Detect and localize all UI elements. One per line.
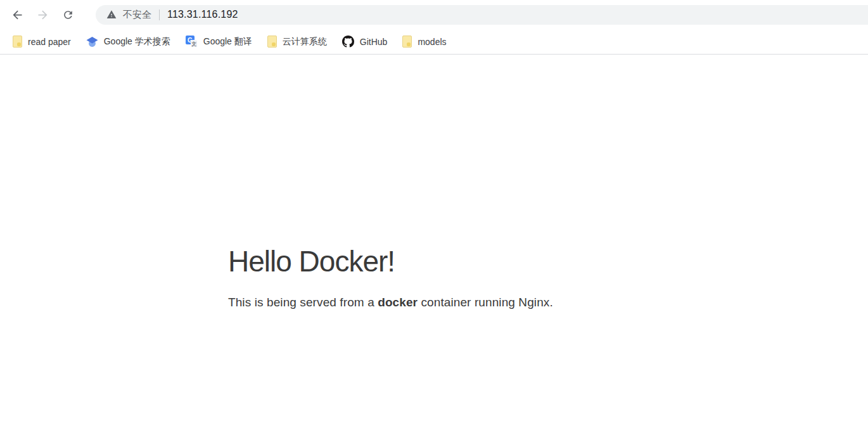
bookmark-label: Google 翻译 xyxy=(203,36,252,48)
forward-button[interactable] xyxy=(35,7,50,22)
bookmark-folder-read-paper[interactable]: read paper xyxy=(13,36,71,48)
address-bar[interactable]: 不安全 113.31.116.192 xyxy=(96,5,868,25)
google-translate-icon: G 文 xyxy=(186,36,198,48)
bookmark-label: 云计算系统 xyxy=(283,36,327,48)
translate-char-glyph: 文 xyxy=(191,40,198,48)
page-title: Hello Docker! xyxy=(228,247,868,276)
folder-icon xyxy=(402,36,412,48)
description-prefix: This is being served from a xyxy=(228,296,378,309)
back-button[interactable] xyxy=(10,7,25,22)
bookmarks-bar: read paper Google 学术搜索 G 文 Google 翻译 云计算… xyxy=(0,29,868,55)
back-arrow-icon xyxy=(11,8,24,22)
bookmark-label: read paper xyxy=(28,37,71,47)
description-suffix: container running Nginx. xyxy=(418,296,553,309)
url-text: 113.31.116.192 xyxy=(167,9,238,20)
bookmark-folder-models[interactable]: models xyxy=(402,36,446,48)
bookmark-label: models xyxy=(418,37,446,47)
description-bold-word: docker xyxy=(378,296,418,309)
bookmark-label: GitHub xyxy=(360,37,388,47)
omnibox-separator xyxy=(159,10,160,20)
reload-button[interactable] xyxy=(60,7,75,22)
security-status-label: 不安全 xyxy=(123,9,151,21)
google-scholar-icon xyxy=(86,36,98,48)
bookmark-label: Google 学术搜索 xyxy=(104,36,170,48)
bookmark-google-translate[interactable]: G 文 Google 翻译 xyxy=(186,36,252,48)
github-icon xyxy=(342,36,354,48)
browser-toolbar: 不安全 113.31.116.192 xyxy=(0,0,868,29)
not-secure-warning-icon xyxy=(106,10,117,20)
reload-icon xyxy=(62,9,74,21)
bookmark-folder-cloud-computing[interactable]: 云计算系统 xyxy=(267,36,327,48)
folder-icon xyxy=(267,36,277,48)
bookmark-github[interactable]: GitHub xyxy=(342,36,388,48)
web-page-content: Hello Docker! This is being served from … xyxy=(0,55,868,310)
page-description: This is being served from a docker conta… xyxy=(228,296,868,310)
forward-arrow-icon xyxy=(36,8,49,22)
folder-icon xyxy=(13,36,22,48)
bookmark-google-scholar[interactable]: Google 学术搜索 xyxy=(86,36,170,48)
